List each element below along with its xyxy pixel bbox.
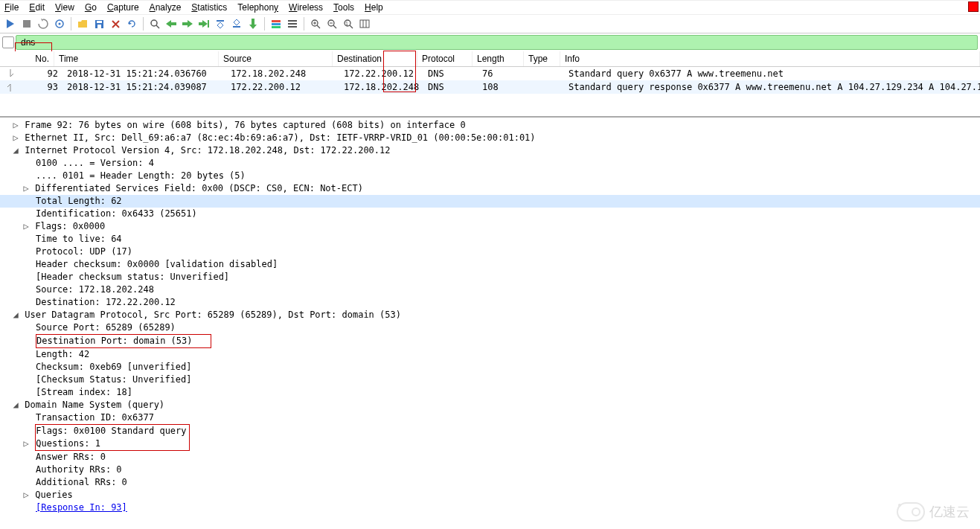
col-type[interactable]: Type [524,51,560,66]
svg-rect-16 [288,23,297,25]
packet-list-header[interactable]: No. Time Source Destination Protocol Len… [0,51,980,67]
menu-tools[interactable]: Tools [333,2,354,13]
menu-view[interactable]: View [55,2,74,13]
expand-icon[interactable]: ▷ [22,182,30,195]
tree-ip-hlen[interactable]: .... 0101 = Header Length: 20 bytes (5) [0,170,980,182]
go-back-icon[interactable] [164,16,179,31]
tree-ip-dst[interactable]: Destination: 172.22.200.12 [0,296,980,309]
tree-udp-cksum-status[interactable]: [Checksum Status: Unverified] [0,373,980,386]
open-file-icon[interactable] [75,16,90,31]
start-capture-icon[interactable] [3,16,18,31]
display-filter-input[interactable] [16,35,978,50]
tree-udp-len[interactable]: Length: 42 [0,348,980,361]
tree-ip-src[interactable]: Source: 172.18.202.248 [0,283,980,296]
tree-ip-dsf[interactable]: ▷ Differentiated Services Field: 0x00 (D… [0,182,980,195]
annotation-box-dns-flags: Flags: 0x0100 Standard queryQuestions: 1 [35,424,189,451]
resize-columns-icon[interactable] [357,16,372,31]
close-file-icon[interactable] [108,16,123,31]
packet-details[interactable]: ▷ Frame 92: 76 bytes on wire (608 bits),… [0,116,980,522]
expand-icon[interactable]: ▷ [22,220,30,233]
expand-icon[interactable]: ▷ [12,132,19,144]
tree-udp-stream[interactable]: [Stream index: 18] [0,386,980,399]
cloud-icon [897,502,925,522]
menu-file[interactable]: File [4,2,19,13]
auto-scroll-icon[interactable] [246,16,260,31]
svg-rect-28 [360,20,369,28]
go-first-icon[interactable] [213,16,228,31]
svg-rect-17 [288,26,297,28]
tree-ip-ident[interactable]: Identification: 0x6433 (25651) [0,208,980,220]
jump-to-icon[interactable] [196,16,211,31]
tree-dns-txid[interactable]: Transaction ID: 0x6377 [0,411,980,424]
packet-row[interactable]: 92 2018-12-31 15:21:24.036760 172.18.202… [0,67,980,80]
menu-go[interactable]: Go [85,2,97,13]
tree-udp-cksum[interactable]: Checksum: 0xeb69 [unverified] [0,361,980,373]
zoom-in-icon[interactable] [308,16,323,31]
zoom-reset-icon[interactable]: 1 [341,16,356,31]
reload-icon[interactable] [124,16,139,31]
tree-dns-flags-questions[interactable]: ▷ Flags: 0x0100 Standard queryQuestions:… [0,424,980,451]
tree-ip-cksum-status[interactable]: [Header checksum status: Unverified] [0,271,980,283]
watermark-text: 亿速云 [929,503,970,521]
svg-rect-15 [288,20,297,22]
tree-eth[interactable]: ▷ Ethernet II, Src: Dell_69:a6:a7 (8c:ec… [0,132,980,144]
expand-icon[interactable]: ▷ [12,119,19,132]
menu-analyze[interactable]: Analyze [150,2,182,13]
menu-statistics[interactable]: Statistics [191,2,227,13]
zoom-out-icon[interactable] [324,16,339,31]
svg-rect-9 [217,20,224,22]
col-time[interactable]: Time [54,51,219,66]
tree-ip[interactable]: ◢ Internet Protocol Version 4, Src: 172.… [0,144,980,157]
tree-udp-sport[interactable]: Source Port: 65289 (65289) [0,321,980,334]
related-packet-icon [0,81,21,93]
collapse-icon[interactable]: ◢ [12,144,19,157]
annotation-box-dstport: Destination Port: domain (53) [36,334,211,348]
svg-rect-11 [252,19,254,25]
tree-dns-authority[interactable]: Authority RRs: 0 [0,464,980,476]
go-forward-icon[interactable] [180,16,195,31]
tree-ip-flags[interactable]: ▷ Flags: 0x0000 [0,220,980,233]
col-no[interactable]: No. [0,51,54,66]
col-source[interactable]: Source [219,51,333,66]
capture-options-icon[interactable] [52,16,67,31]
expand-icon[interactable]: ▷ [22,489,30,501]
col-info[interactable]: Info [560,51,980,66]
tree-frame[interactable]: ▷ Frame 92: 76 bytes on wire (608 bits),… [0,119,980,132]
col-protocol[interactable]: Protocol [417,51,473,66]
tree-ip-ttl[interactable]: Time to live: 64 [0,233,980,246]
autoscroll-live-icon[interactable] [285,16,300,31]
tree-dns-additional[interactable]: Additional RRs: 0 [0,476,980,489]
tree-udp-dport[interactable]: Destination Port: domain (53) [0,334,980,348]
stop-capture-icon[interactable] [19,16,34,31]
menu-telephony[interactable]: Telephony [237,2,278,13]
tree-dns-queries[interactable]: ▷ Queries [0,489,980,501]
filter-bookmark-icon[interactable] [2,36,14,48]
menu-wireless[interactable]: Wireless [289,2,323,13]
related-packet-icon [0,68,21,80]
tree-ip-cksum[interactable]: Header checksum: 0x0000 [validation disa… [0,258,980,271]
find-packet-icon[interactable] [147,16,162,31]
packet-row[interactable]: 93 2018-12-31 15:21:24.039087 172.22.200… [0,80,980,94]
expand-icon[interactable]: ▷ [22,437,30,450]
svg-text:1: 1 [345,21,348,26]
restart-capture-icon[interactable] [36,16,51,31]
tree-ip-proto[interactable]: Protocol: UDP (17) [0,246,980,258]
save-file-icon[interactable] [92,16,106,31]
go-last-icon[interactable] [229,16,244,31]
collapse-icon[interactable]: ◢ [12,399,19,411]
tree-udp[interactable]: ◢ User Datagram Protocol, Src Port: 6528… [0,309,980,321]
tree-ip-version[interactable]: 0100 .... = Version: 4 [0,157,980,170]
tree-dns-answers[interactable]: Answer RRs: 0 [0,451,980,464]
packet-list[interactable]: 92 2018-12-31 15:21:24.036760 172.18.202… [0,67,980,94]
tree-dns-response-in[interactable]: [Response In: 93] [0,501,980,514]
col-destination[interactable]: Destination [333,51,417,66]
collapse-icon[interactable]: ◢ [12,309,19,321]
menu-edit[interactable]: Edit [29,2,45,13]
colorize-icon[interactable] [269,16,284,31]
tree-dns[interactable]: ◢ Domain Name System (query) [0,399,980,411]
col-length[interactable]: Length [473,51,524,66]
tree-ip-total-length[interactable]: Total Length: 62 [0,195,980,208]
menu-help[interactable]: Help [365,2,383,13]
menu-capture[interactable]: Capture [107,2,139,13]
svg-rect-8 [208,20,209,28]
